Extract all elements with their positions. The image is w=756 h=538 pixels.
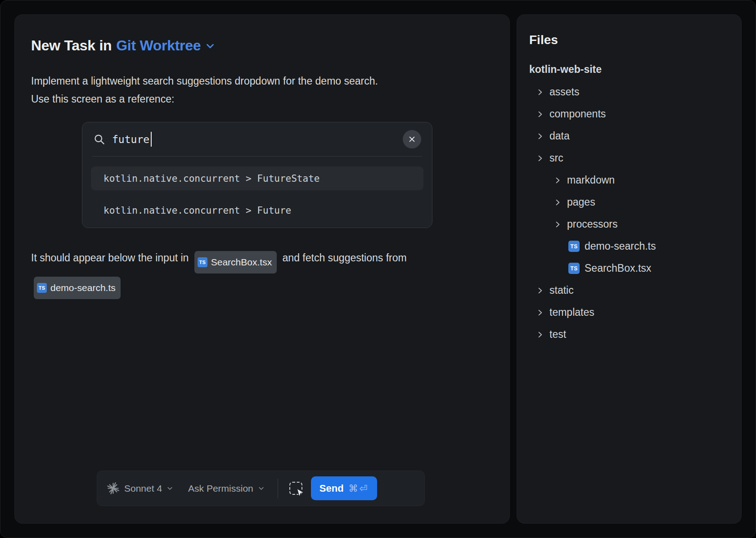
search-reference-card: future kotlin.native.concurrent > Future… [82, 122, 432, 228]
chevron-right-icon [553, 198, 562, 207]
chevron-right-icon [553, 176, 562, 185]
tree-item-label: SearchBox.tsx [585, 262, 651, 274]
tree-item-label: pages [567, 196, 595, 208]
page-title: New Task in Git Worktree [31, 37, 493, 54]
new-task-panel: New Task in Git Worktree Implement a lig… [14, 14, 510, 524]
chevron-right-icon [536, 308, 544, 317]
task-description-line1: Implement a lightweight search suggestio… [31, 72, 493, 90]
search-input-row[interactable]: future [82, 122, 432, 156]
divider [278, 479, 278, 498]
close-icon [408, 135, 416, 143]
tree-item-label: demo-search.ts [585, 240, 656, 252]
tree-item-label: test [549, 328, 566, 341]
title-prefix: New Task in [31, 37, 112, 54]
file-chip-demo-search[interactable]: TSdemo-search.ts [34, 277, 121, 299]
tree-item-label: static [549, 284, 574, 296]
typescript-icon: TS [568, 263, 580, 274]
tree-item-folder[interactable]: components [529, 103, 729, 125]
task-description-line2: Use this screen as a reference: [31, 90, 493, 108]
search-input[interactable]: future [112, 132, 152, 147]
tree-item-folder[interactable]: test [529, 323, 729, 345]
chevron-right-icon [536, 330, 544, 339]
chevron-right-icon [536, 110, 544, 119]
chevron-down-icon [166, 484, 174, 492]
file-tree: assets components data src markdown page… [529, 81, 729, 345]
chevron-down-icon [204, 40, 216, 52]
tree-item-folder[interactable]: assets [529, 81, 729, 103]
cursor-icon [296, 488, 305, 497]
suggestion-item[interactable]: kotlin.native.concurrent > Future [91, 198, 423, 222]
send-label: Send [320, 483, 344, 494]
typescript-icon: TS [37, 283, 47, 293]
search-query-text: future [112, 134, 149, 145]
permission-selector[interactable]: Ask Permission [188, 483, 265, 494]
tree-item-label: components [549, 108, 606, 120]
tree-item-folder[interactable]: markdown [529, 169, 729, 191]
spark-model-icon [107, 482, 119, 494]
text-caret [151, 132, 152, 147]
suggestion-item[interactable]: kotlin.native.concurrent > FutureState [91, 166, 423, 190]
tree-item-folder[interactable]: static [529, 279, 729, 301]
chevron-right-icon [536, 132, 544, 141]
note-part2: and fetch suggestions from [283, 252, 407, 264]
chevron-right-icon [536, 88, 544, 97]
element-picker-button[interactable] [289, 482, 302, 495]
app-window: New Task in Git Worktree Implement a lig… [0, 0, 756, 538]
files-panel: Files kotlin-web-site assets components … [517, 14, 742, 524]
send-shortcut: ⌘⏎ [349, 483, 369, 494]
composer-toolbar: Sonnet 4 Ask Permission Send [97, 471, 425, 506]
tree-item-label: assets [549, 86, 579, 98]
file-chip-label: SearchBox.tsx [211, 252, 272, 272]
tree-item-folder[interactable]: pages [529, 191, 729, 213]
worktree-label: Git Worktree [116, 37, 201, 54]
worktree-selector[interactable]: Git Worktree [116, 37, 216, 54]
note-part1: It should appear below the input in [31, 252, 189, 264]
task-description: Implement a lightweight search suggestio… [31, 72, 493, 108]
tree-item-folder[interactable]: processors [529, 213, 729, 235]
chevron-right-icon [536, 154, 544, 163]
file-chip-searchbox[interactable]: TSSearchBox.tsx [194, 251, 277, 273]
tree-item-file[interactable]: TS demo-search.ts [529, 235, 729, 257]
send-button[interactable]: Send ⌘⏎ [311, 476, 377, 500]
tree-item-label: markdown [567, 174, 615, 186]
tree-item-label: processors [567, 218, 617, 230]
chevron-down-icon [257, 484, 265, 492]
tree-item-label: src [549, 152, 563, 164]
typescript-icon: TS [198, 257, 207, 267]
file-chip-label: demo-search.ts [50, 278, 116, 298]
tree-root-label[interactable]: kotlin-web-site [529, 63, 729, 76]
chevron-right-icon [536, 286, 544, 295]
model-selector[interactable]: Sonnet 4 [124, 483, 174, 494]
search-icon [93, 133, 105, 145]
clear-search-button[interactable] [403, 130, 421, 148]
permission-label: Ask Permission [188, 483, 253, 494]
tree-item-folder[interactable]: templates [529, 301, 729, 323]
task-note: It should appear below the input in TSSe… [31, 248, 445, 299]
tree-item-label: templates [549, 306, 594, 318]
tree-item-label: data [549, 130, 570, 142]
model-label: Sonnet 4 [124, 483, 162, 494]
typescript-icon: TS [568, 241, 580, 252]
files-panel-title: Files [529, 33, 729, 47]
suggestions-list: kotlin.native.concurrent > FutureState k… [82, 157, 432, 228]
tree-item-file[interactable]: TS SearchBox.tsx [529, 257, 729, 279]
tree-item-folder[interactable]: src [529, 147, 729, 169]
tree-item-folder[interactable]: data [529, 125, 729, 147]
chevron-right-icon [553, 220, 562, 229]
